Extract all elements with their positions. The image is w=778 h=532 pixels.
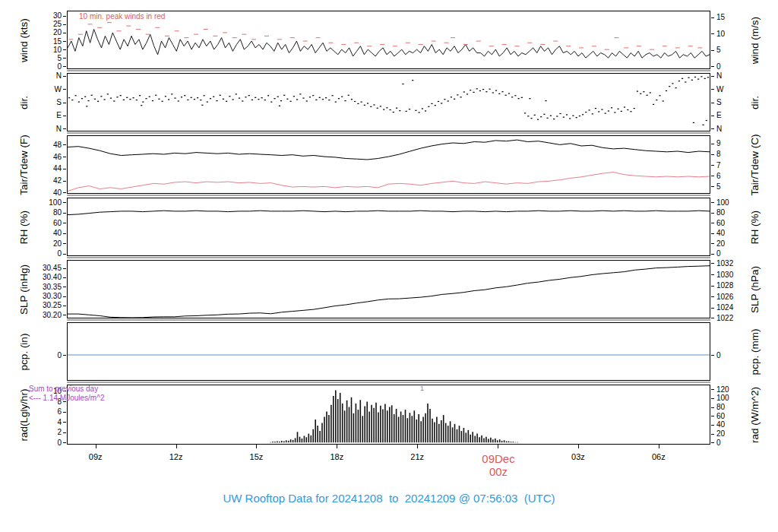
y-tick-label: 30.25	[30, 301, 62, 309]
y-tick-label: W	[716, 85, 750, 93]
panel-separator	[67, 257, 710, 258]
wind_direction_deg-point	[495, 90, 497, 91]
wind_direction_deg-point	[367, 103, 368, 103]
wind_direction_deg-point	[569, 118, 571, 119]
y-tick	[63, 355, 66, 356]
wind_direction_deg-point	[618, 109, 619, 109]
y-tick	[711, 116, 714, 116]
y-tick-label: 0	[30, 439, 62, 447]
y-tick-label: 0	[716, 249, 750, 258]
y-tick-label: 1024	[716, 303, 750, 312]
y-tick-label: E	[716, 111, 750, 119]
y-tick	[711, 154, 714, 155]
wind_direction_deg-point	[666, 90, 667, 91]
y-tick-label: 0	[716, 62, 750, 71]
y-tick	[63, 66, 66, 67]
y-tick-label: 8	[716, 150, 750, 158]
rad-sum-note: Sum to previous day <--- 1.14 MJoules/m^…	[29, 385, 104, 402]
y-tick-label: N	[30, 125, 62, 133]
y-tick-label: 40	[30, 229, 62, 237]
y-tick	[711, 176, 714, 176]
y-tick-label: 0	[30, 62, 62, 71]
wind_direction_deg-point	[572, 116, 574, 116]
y-tick-label: 1032	[716, 259, 750, 268]
y-tick-label: 5	[716, 182, 750, 191]
wind_direction_deg-point	[383, 109, 384, 110]
wind_direction_deg-point	[107, 93, 109, 94]
y-tick	[711, 389, 714, 390]
y-tick	[63, 223, 66, 223]
rad-plot-svg	[68, 385, 710, 444]
wind_direction_deg-point	[87, 100, 89, 101]
y-tick	[63, 315, 66, 315]
wind_direction_deg-point	[563, 117, 565, 118]
wind_direction_deg-point	[431, 103, 432, 104]
uw-rooftop-plot: 051015202530051015wind (kts)wind (m/s)NW…	[0, 0, 778, 532]
plot-title: UW Rooftop Data for 20241208 to 20241209…	[0, 492, 778, 505]
wind_direction_deg-point	[492, 92, 494, 93]
wind_direction_deg-point	[357, 103, 359, 104]
wind_direction_deg-point	[100, 96, 102, 97]
y-tick-label: S	[30, 98, 62, 106]
wind_direction_deg-point	[204, 95, 205, 96]
wind_direction_deg-point	[470, 90, 471, 90]
wind_direction_deg-point	[501, 91, 503, 92]
y-tick	[711, 66, 714, 67]
wind_direction_deg-point	[325, 97, 327, 98]
y-tick-label: W	[30, 85, 62, 93]
y-tick	[63, 422, 66, 423]
y-tick	[63, 33, 66, 33]
y-tick	[63, 287, 66, 287]
wind_direction_deg-point	[370, 106, 372, 107]
wind_direction_deg-point	[78, 102, 80, 103]
wind_direction_outliers-point	[693, 122, 694, 123]
y-tick-label: 0	[30, 249, 62, 258]
wind_direction_deg-point	[422, 108, 423, 109]
wind_direction_deg-point	[104, 99, 106, 100]
wind_direction_deg-point	[302, 98, 304, 99]
x-tick-label: 03z	[561, 452, 595, 461]
y-tick	[711, 76, 714, 77]
wind_direction_deg-point	[451, 97, 452, 97]
wind_direction_deg-point	[637, 91, 638, 92]
wind_direction_deg-point	[84, 97, 86, 97]
wind_direction_deg-point	[540, 116, 542, 117]
panel-separator	[67, 195, 710, 196]
wind_direction_deg-point	[341, 97, 343, 97]
wind_direction_deg-point	[659, 95, 660, 96]
y-tick	[711, 398, 714, 399]
wind_direction_outliers-point	[529, 98, 530, 99]
dir-plot-svg	[68, 74, 710, 131]
y-tick	[711, 202, 714, 203]
wind_direction_deg-point	[428, 106, 429, 107]
pcp-plot-svg	[68, 323, 710, 380]
panel-separator	[67, 382, 710, 383]
wind_direction_outliers-point	[545, 100, 546, 101]
y-tick-label: 1028	[716, 281, 750, 290]
y-tick	[711, 254, 714, 255]
wind_direction_deg-point	[335, 102, 337, 103]
y-tick-label: 40	[716, 420, 750, 429]
wind_direction_deg-point	[553, 119, 555, 119]
wind_direction_deg-point	[251, 100, 253, 100]
y-tick-label: 120	[716, 385, 750, 394]
y-tick	[63, 243, 66, 244]
y-tick	[711, 50, 714, 51]
wind_direction_deg-point	[463, 91, 465, 92]
wind_direction_deg-point	[697, 79, 699, 80]
wind_direction_deg-point	[216, 100, 217, 101]
wind_direction_deg-point	[110, 98, 112, 99]
wind_direction_deg-point	[485, 91, 487, 92]
y-tick	[63, 49, 66, 50]
y-tick-label: 10	[716, 30, 750, 38]
wind_direction_deg-point	[264, 100, 266, 100]
wind_direction_deg-point	[220, 95, 221, 96]
y-tick-label: 80	[30, 208, 62, 217]
wind_direction_deg-point	[97, 101, 99, 102]
y-tick-label: 30.40	[30, 273, 62, 281]
y-tick-label: 60	[30, 219, 62, 227]
y-tick	[63, 296, 66, 297]
wind_direction_deg-point	[149, 97, 150, 97]
y-tick	[63, 432, 66, 433]
panel-temp	[67, 135, 710, 194]
